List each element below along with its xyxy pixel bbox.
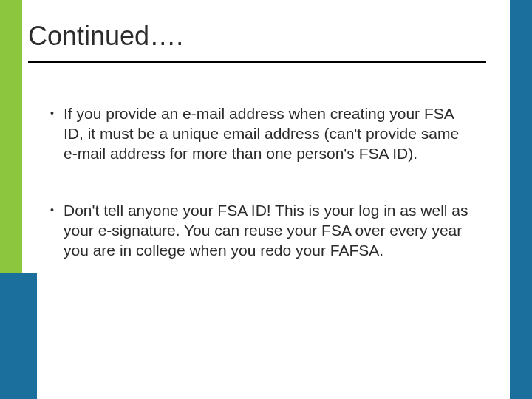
content-area: • If you provide an e-mail address when … xyxy=(50,103,471,297)
bullet-icon: • xyxy=(50,103,64,123)
bullet-icon: • xyxy=(50,200,64,220)
bottom-left-accent xyxy=(0,273,37,399)
list-item: • If you provide an e-mail address when … xyxy=(50,103,471,163)
title-underline xyxy=(28,61,486,63)
right-accent-bar xyxy=(510,0,532,399)
list-item: • Don't tell anyone your FSA ID! This is… xyxy=(50,200,471,260)
bullet-text: If you provide an e-mail address when cr… xyxy=(64,103,471,163)
slide-title: Continued…. xyxy=(28,21,183,52)
bullet-text: Don't tell anyone your FSA ID! This is y… xyxy=(64,200,471,260)
slide: Continued…. • If you provide an e-mail a… xyxy=(0,0,532,399)
